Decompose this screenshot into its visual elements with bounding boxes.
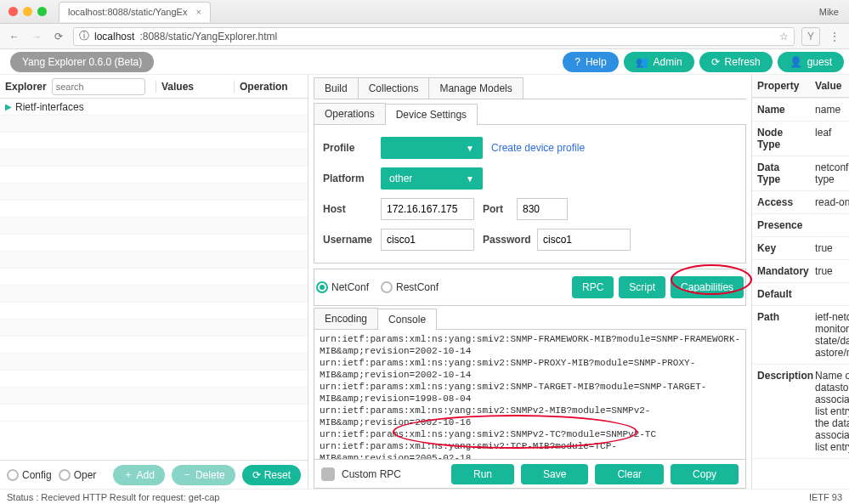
property-panel: Property Value NamenameNode TypeleafData… (751, 75, 849, 489)
save-button[interactable]: Save (521, 464, 588, 484)
zoom-window-icon[interactable] (37, 7, 47, 16)
property-row: Accessread-only (752, 191, 849, 214)
profile-dropdown[interactable]: ▼ (381, 137, 483, 159)
url-host: localhost (94, 31, 134, 42)
explorer-panel: Explorer Values Operation ▶ Rietf-interf… (0, 75, 308, 489)
guest-button[interactable]: 👤guest (778, 52, 844, 72)
back-button[interactable]: ← (7, 29, 22, 44)
app-title-pill: Yang Explorer 0.6.0 (Beta) (10, 52, 154, 72)
property-key: Description (752, 365, 810, 458)
reload-button[interactable]: ⟳ (51, 29, 66, 44)
profile-label: Profile (323, 142, 372, 154)
reset-icon: ⟳ (252, 469, 261, 481)
config-radio[interactable]: Config (7, 469, 52, 481)
encoding-tabs: Encoding Console (314, 308, 746, 330)
run-button[interactable]: Run (451, 464, 514, 484)
app-header: Yang Explorer 0.6.0 (Beta) ?Help 👥Admin … (0, 49, 849, 75)
sub-tabs: Operations Device Settings (314, 103, 746, 125)
explorer-header: Explorer Values Operation (0, 75, 308, 99)
host-input[interactable] (381, 198, 474, 220)
property-h-key: Property (752, 75, 810, 98)
property-value: netconf-datastore-type (810, 156, 849, 190)
property-value: ietf-netconf-monitoring/netconf-state/da… (810, 306, 849, 364)
username-input[interactable] (381, 229, 474, 251)
capabilities-button[interactable]: Capabilities (671, 276, 744, 298)
close-tab-icon[interactable]: × (195, 7, 201, 17)
rpc-button[interactable]: RPC (572, 276, 614, 298)
property-key: Data Type (752, 156, 810, 190)
property-row: Default (752, 283, 849, 306)
window-controls[interactable] (8, 7, 47, 16)
expand-icon[interactable]: ▶ (5, 102, 12, 111)
clear-button[interactable]: Clear (595, 464, 664, 484)
url-path: :8088/static/YangExplorer.html (139, 31, 277, 42)
refresh-icon: ⟳ (711, 56, 720, 68)
add-button[interactable]: ＋Add (113, 465, 165, 485)
property-key: Key (752, 237, 810, 259)
admin-button[interactable]: 👥Admin (624, 52, 694, 72)
delete-button[interactable]: －Delete (172, 465, 235, 485)
chevron-down-icon: ▼ (466, 174, 474, 184)
create-device-profile-link[interactable]: Create device profile (491, 142, 585, 154)
property-key: Presence (752, 214, 810, 236)
property-value: Name of the datastore associated with th… (810, 365, 849, 458)
search-input[interactable] (52, 78, 145, 95)
custom-rpc-label: Custom RPC (342, 468, 401, 480)
subtab-operations[interactable]: Operations (314, 103, 386, 124)
forward-button[interactable]: → (29, 29, 44, 44)
oper-radio[interactable]: Oper (59, 469, 97, 481)
platform-label: Platform (323, 173, 372, 184)
property-row: Presence (752, 214, 849, 237)
info-icon[interactable]: ⓘ (79, 29, 89, 43)
explorer-tree[interactable]: ▶ Rietf-interfaces (0, 99, 308, 460)
password-input[interactable] (537, 229, 631, 251)
property-row: Mandatorytrue (752, 260, 849, 283)
chevron-down-icon: ▼ (466, 144, 474, 153)
status-text: Status : Recieved HTTP Result for reques… (7, 492, 219, 502)
copy-button[interactable]: Copy (671, 464, 739, 484)
platform-dropdown[interactable]: other▼ (381, 167, 483, 190)
explorer-heading: Explorer (5, 81, 47, 93)
property-value (810, 283, 849, 305)
explorer-footer: Config Oper ＋Add －Delete ⟳Reset (0, 460, 308, 489)
tab-manage-models[interactable]: Manage Models (428, 77, 523, 99)
close-window-icon[interactable] (8, 7, 18, 16)
tab-console[interactable]: Console (377, 309, 437, 330)
custom-rpc-checkbox[interactable] (321, 467, 335, 481)
admin-icon: 👥 (636, 56, 648, 68)
script-button[interactable]: Script (619, 276, 665, 298)
property-value: true (810, 237, 849, 259)
tree-node-label: Rietf-interfaces (15, 101, 84, 113)
tab-build[interactable]: Build (314, 77, 359, 99)
property-value: true (810, 260, 849, 282)
main-layout: Explorer Values Operation ▶ Rietf-interf… (0, 75, 849, 489)
protocol-row: NetConf RestConf RPC Script Capabilities (314, 269, 746, 306)
tab-title: localhost:8088/static/YangEx (68, 7, 187, 17)
minimize-window-icon[interactable] (23, 7, 32, 16)
port-input[interactable] (517, 198, 568, 220)
bookmark-icon[interactable]: ☆ (779, 31, 789, 42)
subtab-device-settings[interactable]: Device Settings (385, 104, 478, 125)
refresh-button[interactable]: ⟳Refresh (699, 52, 773, 72)
browser-toolbar: ← → ⟳ ⓘ localhost:8088/static/YangExplor… (0, 24, 849, 49)
address-bar[interactable]: ⓘ localhost:8088/static/YangExplorer.htm… (73, 27, 795, 46)
property-h-val: Value (810, 75, 849, 98)
reset-button[interactable]: ⟳Reset (242, 465, 301, 485)
tree-node-ietf-interfaces[interactable]: ▶ Rietf-interfaces (0, 99, 308, 116)
restconf-radio[interactable]: RestConf (381, 281, 439, 293)
help-button[interactable]: ?Help (563, 52, 618, 72)
property-row: DescriptionName of the datastore associa… (752, 365, 849, 459)
tab-collections[interactable]: Collections (358, 77, 430, 99)
plus-icon: ＋ (123, 467, 133, 482)
status-bar: Status : Recieved HTTP Result for reques… (0, 489, 849, 504)
menu-icon[interactable]: ⋮ (827, 29, 842, 44)
property-value: name (810, 99, 849, 121)
extension-button[interactable]: Y (801, 27, 820, 46)
browser-profile-name[interactable]: Mike (819, 7, 839, 17)
netconf-radio[interactable]: NetConf (316, 281, 369, 293)
tab-encoding[interactable]: Encoding (314, 308, 378, 329)
property-key: Path (752, 306, 810, 364)
property-value: leaf (810, 122, 849, 156)
console-output[interactable]: urn:ietf:params:xml:ns:yang:smiv2:SNMP-F… (314, 330, 746, 460)
browser-tab[interactable]: localhost:8088/static/YangEx × (59, 2, 211, 22)
